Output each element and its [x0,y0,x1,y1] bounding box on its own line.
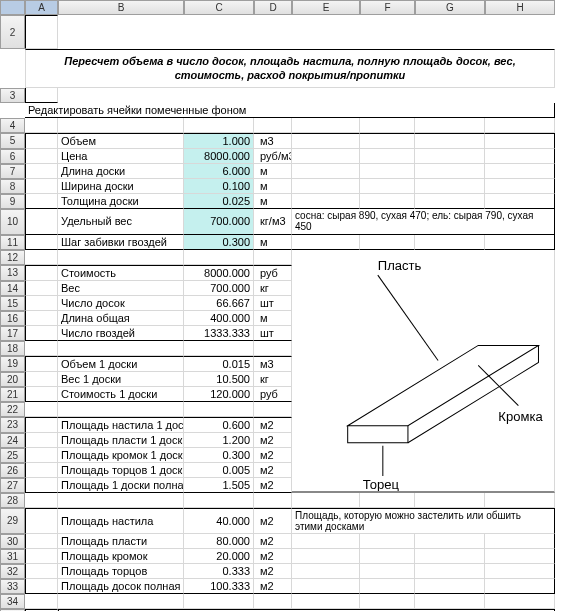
unit-width[interactable]: м [254,179,292,194]
col-header-H[interactable]: H [485,0,555,15]
row-header-24[interactable]: 24 [0,433,25,448]
unit-sn[interactable]: м2 [254,508,292,534]
cell-A5[interactable] [25,133,58,149]
label-sp[interactable]: Площадь пласти [58,534,184,549]
cell-E4[interactable] [292,118,360,133]
unit-sf[interactable]: м2 [254,579,292,594]
unit-sk[interactable]: м2 [254,549,292,564]
unit-s1p[interactable]: м2 [254,433,292,448]
val-sk[interactable]: 20.000 [184,549,254,564]
col-header-G[interactable]: G [415,0,485,15]
row-header-22[interactable]: 22 [0,402,25,417]
input-density[interactable]: 700.000 [184,209,254,235]
val-s1f[interactable]: 1.505 [184,478,254,493]
label-width[interactable]: Ширина доски [58,179,184,194]
row-header-16[interactable]: 16 [0,311,25,326]
row-header-14[interactable]: 14 [0,281,25,296]
val-nnails[interactable]: 1333.333 [184,326,254,341]
unit-sp[interactable]: м2 [254,534,292,549]
input-price[interactable]: 8000.000 [184,149,254,164]
label-sk[interactable]: Площадь кромок [58,549,184,564]
val-st[interactable]: 0.333 [184,564,254,579]
unit-density[interactable]: кг/м3 [254,209,292,235]
input-volume[interactable]: 1.000 [184,133,254,149]
row-header-6[interactable]: 6 [0,149,25,164]
row-header-7[interactable]: 7 [0,164,25,179]
unit-w1[interactable]: кг [254,372,292,387]
label-s1t[interactable]: Площадь торцов 1 доски [58,463,184,478]
label-price[interactable]: Цена [58,149,184,164]
title-cell[interactable]: Пересчет объема в число досок, площадь н… [25,49,555,88]
label-volume[interactable]: Объем [58,133,184,149]
val-s1t[interactable]: 0.005 [184,463,254,478]
val-cost[interactable]: 8000.000 [184,265,254,281]
unit-cost[interactable]: руб [254,265,292,281]
label-cost[interactable]: Стоимость [58,265,184,281]
row-header-19[interactable]: 19 [0,356,25,372]
row-header-34[interactable]: 34 [0,594,25,609]
row-header-3[interactable]: 3 [0,88,25,103]
label-s1f[interactable]: Площадь 1 доски полная [58,478,184,493]
val-s1n[interactable]: 0.600 [184,417,254,433]
unit-nail[interactable]: м [254,235,292,250]
val-sp[interactable]: 80.000 [184,534,254,549]
label-s1n[interactable]: Площадь настила 1 доск [58,417,184,433]
row-header-30[interactable]: 30 [0,534,25,549]
unit-s1t[interactable]: м2 [254,463,292,478]
row-header-9[interactable]: 9 [0,194,25,209]
col-header-D[interactable]: D [254,0,292,15]
cell-G4[interactable] [415,118,485,133]
input-width[interactable]: 0.100 [184,179,254,194]
row-header-21[interactable]: 21 [0,387,25,402]
val-v1[interactable]: 0.015 [184,356,254,372]
label-tlen[interactable]: Длина общая [58,311,184,326]
val-c1[interactable]: 120.000 [184,387,254,402]
label-c1[interactable]: Стоимость 1 доски [58,387,184,402]
cell-A3[interactable] [25,88,58,103]
label-s1p[interactable]: Площадь пласти 1 доски [58,433,184,448]
label-weight[interactable]: Вес [58,281,184,296]
label-v1[interactable]: Объем 1 доски [58,356,184,372]
col-header-B[interactable]: B [58,0,184,15]
row-header-18[interactable]: 18 [0,341,25,356]
row-header-5[interactable]: 5 [0,133,25,149]
unit-c1[interactable]: руб [254,387,292,402]
row-header-11[interactable]: 11 [0,235,25,250]
col-header-F[interactable]: F [360,0,415,15]
row-header-15[interactable]: 15 [0,296,25,311]
row-header-25[interactable]: 25 [0,448,25,463]
unit-length[interactable]: м [254,164,292,179]
row-header-33[interactable]: 33 [0,579,25,594]
row-header-29[interactable]: 29 [0,508,25,534]
row-header-8[interactable]: 8 [0,179,25,194]
input-thick[interactable]: 0.025 [184,194,254,209]
unit-volume[interactable]: м3 [254,133,292,149]
unit-nnails[interactable]: шт [254,326,292,341]
label-sf[interactable]: Площадь досок полная [58,579,184,594]
unit-v1[interactable]: м3 [254,356,292,372]
col-header-A[interactable]: A [25,0,58,15]
unit-s1k[interactable]: м2 [254,448,292,463]
area-note[interactable]: Площадь, которую можно застелить или обш… [292,508,555,534]
val-weight[interactable]: 700.000 [184,281,254,296]
label-length[interactable]: Длина доски [58,164,184,179]
input-length[interactable]: 6.000 [184,164,254,179]
cell-A4[interactable] [25,118,58,133]
row-header-10[interactable]: 10 [0,209,25,235]
val-w1[interactable]: 10.500 [184,372,254,387]
col-header-E[interactable]: E [292,0,360,15]
row-header-2[interactable]: 2 [0,15,25,49]
label-thick[interactable]: Толщина доски [58,194,184,209]
val-nboards[interactable]: 66.667 [184,296,254,311]
cell-B4[interactable] [58,118,184,133]
unit-tlen[interactable]: м [254,311,292,326]
row-header-32[interactable]: 32 [0,564,25,579]
label-nnails[interactable]: Число гвоздей [58,326,184,341]
row-header-12[interactable]: 12 [0,250,25,265]
unit-weight[interactable]: кг [254,281,292,296]
unit-s1f[interactable]: м2 [254,478,292,493]
row-header-27[interactable]: 27 [0,478,25,493]
spreadsheet-grid[interactable]: A B C D E F G H 2 Пересчет объема в числ… [0,0,585,611]
row-header-20[interactable]: 20 [0,372,25,387]
row-header-23[interactable]: 23 [0,417,25,433]
